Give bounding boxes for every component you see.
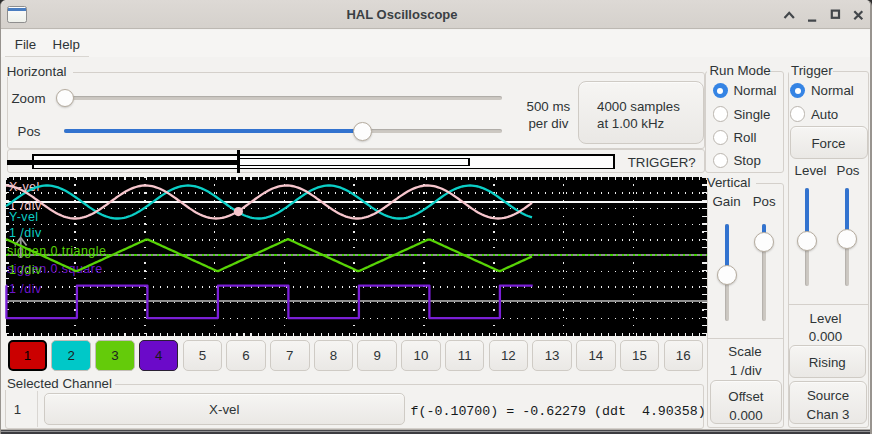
svg-text:1 /div: 1 /div [9,263,42,277]
svg-text:Y-vel: Y-vel [9,210,39,224]
svg-text:1 /div: 1 /div [9,282,42,296]
svg-text:1 /div: 1 /div [9,226,42,240]
